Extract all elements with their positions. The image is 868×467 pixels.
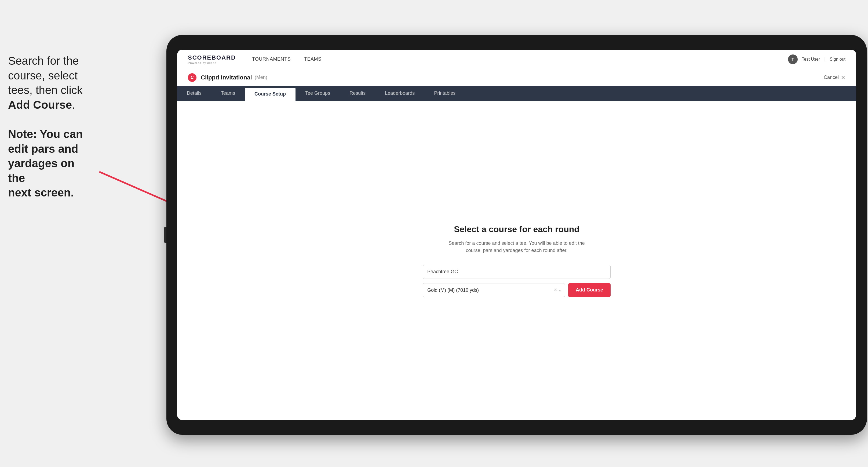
tablet-device: SCOREBOARD Powered by clippd TOURNAMENTS… [166, 35, 867, 435]
nav-teams[interactable]: TEAMS [304, 56, 321, 62]
cancel-label: Cancel [824, 74, 839, 80]
card-description: Search for a course and select a tee. Yo… [423, 240, 611, 254]
nav-links: TOURNAMENTS TEAMS [252, 56, 788, 62]
tab-teams[interactable]: Teams [211, 86, 245, 101]
user-name: Test User [802, 57, 820, 62]
tee-select[interactable]: Gold (M) (M) (7010 yds) Blue (M) (M) (65… [423, 283, 565, 297]
logo-sub: Powered by clippd [188, 61, 236, 64]
annotation-line3: tees, then click [8, 84, 83, 96]
sign-out-link[interactable]: Sign out [830, 57, 845, 62]
user-area: T Test User | Sign out [788, 55, 845, 64]
tab-course-setup[interactable]: Course Setup [245, 88, 296, 101]
tablet-side-button [164, 227, 166, 243]
tournament-subtitle: (Men) [255, 74, 267, 80]
annotation-line1: Search for the [8, 55, 79, 67]
tab-printables[interactable]: Printables [424, 86, 465, 101]
tab-details[interactable]: Details [177, 86, 211, 101]
nav-tournaments[interactable]: TOURNAMENTS [252, 56, 291, 62]
tee-select-wrapper: Gold (M) (M) (7010 yds) Blue (M) (M) (65… [423, 283, 565, 297]
add-course-button[interactable]: Add Course [568, 283, 611, 297]
annotation-text: Search for the course, select tees, then… [8, 54, 86, 200]
cancel-icon: ✕ [841, 74, 845, 81]
tab-leaderboards[interactable]: Leaderboards [375, 86, 424, 101]
tee-row: Gold (M) (M) (7010 yds) Blue (M) (M) (65… [423, 283, 611, 297]
course-card: Select a course for each round Search fo… [423, 224, 611, 297]
annotation-bold1: Add Course [8, 98, 72, 111]
annotation-period: . [72, 98, 75, 111]
tab-results[interactable]: Results [340, 86, 375, 101]
logo-text: SCOREBOARD [188, 54, 236, 61]
logo-area: SCOREBOARD Powered by clippd [188, 54, 236, 64]
tournament-icon: C [188, 73, 196, 82]
tablet-screen: SCOREBOARD Powered by clippd TOURNAMENTS… [177, 50, 856, 420]
annotation-note: Note: You can edit pars and yardages on … [8, 128, 83, 199]
annotation-line2: course, select [8, 69, 78, 82]
tab-tee-groups[interactable]: Tee Groups [296, 86, 340, 101]
separator: | [824, 57, 825, 62]
tournament-title: Clippd Invitational [201, 74, 252, 81]
cancel-button[interactable]: Cancel ✕ [824, 74, 845, 81]
course-search-input[interactable] [423, 265, 611, 279]
user-avatar: T [788, 55, 798, 64]
tab-navigation: Details Teams Course Setup Tee Groups Re… [177, 86, 856, 101]
card-title: Select a course for each round [423, 224, 611, 234]
top-navigation: SCOREBOARD Powered by clippd TOURNAMENTS… [177, 50, 856, 69]
main-content: Select a course for each round Search fo… [177, 101, 856, 420]
tournament-header: C Clippd Invitational (Men) Cancel ✕ [177, 69, 856, 86]
